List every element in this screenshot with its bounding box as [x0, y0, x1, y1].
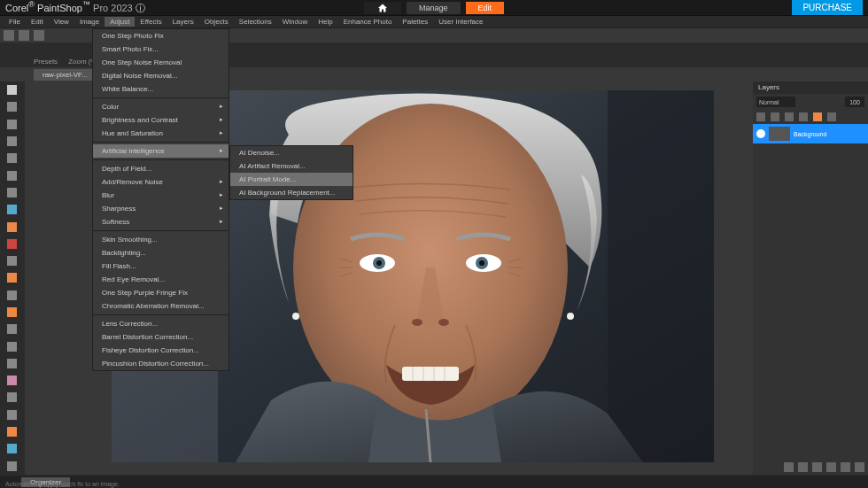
new-layer-icon[interactable]	[756, 112, 765, 121]
menu-backlighting[interactable]: Backlighting...	[93, 246, 229, 259]
menu-image[interactable]: Image	[74, 17, 105, 27]
document-tab[interactable]: raw-pixel-VF...	[34, 69, 97, 81]
nav-icon-1[interactable]	[784, 462, 794, 472]
opacity-input[interactable]: 100	[845, 97, 864, 107]
menu-skin-smoothing[interactable]: Skin Smoothing...	[93, 233, 229, 246]
menu-add-remove-noise[interactable]: Add/Remove Noise	[93, 175, 229, 189]
manage-tab[interactable]: Manage	[407, 2, 461, 14]
menu-ui[interactable]: User Interface	[433, 17, 488, 27]
pan-tool[interactable]	[2, 83, 21, 97]
menu-blur[interactable]: Blur	[93, 189, 229, 202]
menu-selections[interactable]: Selections	[234, 17, 277, 27]
selection-tool[interactable]	[2, 151, 21, 165]
smudge-tool[interactable]	[2, 357, 21, 370]
layer-fx-icon[interactable]	[813, 112, 822, 121]
menu-view[interactable]: View	[49, 17, 74, 27]
menu-depth-of-field[interactable]: Depth of Field...	[93, 162, 229, 175]
move-tool[interactable]	[2, 135, 21, 148]
redeye-tool[interactable]	[2, 237, 21, 251]
menu-pincushion-distortion[interactable]: Pincushion Distortion Correction...	[93, 357, 229, 370]
edit-tab[interactable]: Edit	[466, 2, 505, 14]
menu-digital-noise[interactable]: Digital Noise Removal...	[93, 69, 229, 82]
visibility-icon[interactable]	[756, 129, 765, 138]
submenu-ai-portrait[interactable]: AI Portrait Mode...	[230, 173, 353, 186]
menu-white-balance[interactable]: White Balance...	[93, 82, 229, 96]
menu-lens-correction[interactable]: Lens Correction...	[93, 317, 229, 330]
menu-purple-fringe[interactable]: One Step Purple Fringe Fix	[93, 286, 229, 299]
menu-artificial-intelligence[interactable]: Artificial Intelligence	[93, 144, 229, 158]
oil-tool[interactable]	[2, 460, 21, 473]
menu-separator	[93, 142, 229, 143]
menu-brightness-contrast[interactable]: Brightness and Contrast	[93, 113, 229, 127]
menu-edit[interactable]: Edit	[26, 17, 49, 27]
submenu-ai-artifact[interactable]: AI Artifact Removal...	[230, 159, 353, 173]
menu-objects[interactable]: Objects	[199, 17, 234, 27]
titlebar-right: PURCHASE	[792, 0, 863, 15]
svg-point-10	[412, 319, 422, 326]
menu-one-step-noise[interactable]: One Step Noise Removal	[93, 56, 229, 69]
menu-window[interactable]: Window	[277, 17, 313, 27]
scratch-tool[interactable]	[2, 289, 21, 302]
ai-submenu: AI Denoise... AI Artifact Removal... AI …	[229, 145, 353, 200]
menu-enhance[interactable]: Enhance Photo	[338, 17, 398, 27]
menu-effects[interactable]: Effects	[135, 17, 167, 27]
menu-one-step-photo-fix[interactable]: One Step Photo Fix	[93, 29, 229, 43]
statusbar: Organizer	[0, 476, 868, 488]
pick-tool[interactable]	[2, 118, 21, 131]
makeover-tool[interactable]	[2, 254, 21, 267]
menu-softness[interactable]: Softness	[93, 215, 229, 229]
menu-fill-flash[interactable]: Fill Flash...	[93, 259, 229, 273]
nav-icon-5[interactable]	[841, 462, 850, 472]
nav-icon-2[interactable]	[798, 462, 808, 472]
pen-tool[interactable]	[2, 442, 21, 455]
menu-fisheye-distortion[interactable]: Fisheye Distortion Correction...	[93, 344, 229, 357]
menu-sharpness[interactable]: Sharpness	[93, 202, 229, 215]
perspective-tool[interactable]	[2, 220, 21, 233]
layer-delete-icon[interactable]	[799, 112, 808, 121]
layer-group-icon[interactable]	[785, 112, 794, 121]
shape-tool[interactable]	[2, 425, 21, 438]
menu-red-eye[interactable]: Red Eye Removal...	[93, 273, 229, 286]
airbrush-tool[interactable]	[2, 322, 21, 336]
menu-chromatic-aberration[interactable]: Chromatic Aberration Removal...	[93, 299, 229, 313]
layer-row-background[interactable]: Background	[753, 124, 868, 143]
blend-mode-select[interactable]: Normal	[756, 97, 795, 107]
new-icon[interactable]	[4, 30, 14, 41]
submenu-ai-denoise[interactable]: AI Denoise...	[230, 146, 353, 159]
nav-icon-3[interactable]	[812, 462, 822, 472]
submenu-ai-background[interactable]: AI Background Replacement...	[230, 186, 353, 199]
text-tool[interactable]	[2, 408, 21, 422]
svg-point-9	[479, 260, 484, 266]
menu-hue-saturation[interactable]: Hue and Saturation	[93, 127, 229, 140]
menu-barrel-distortion[interactable]: Barrel Distortion Correction...	[93, 330, 229, 344]
menu-layers[interactable]: Layers	[167, 17, 199, 27]
eraser-tool[interactable]	[2, 374, 21, 387]
purchase-button[interactable]: PURCHASE	[792, 0, 863, 15]
nav-icon-4[interactable]	[826, 462, 836, 472]
svg-rect-2	[608, 90, 714, 462]
nav-icon-6[interactable]	[855, 462, 864, 472]
menu-separator	[93, 97, 229, 98]
clone-tool[interactable]	[2, 271, 21, 284]
flood-tool[interactable]	[2, 391, 21, 404]
layers-panel: Layers Normal 100 Background	[753, 81, 868, 475]
open-icon[interactable]	[19, 30, 29, 41]
menu-smart-photo-fix[interactable]: Smart Photo Fix...	[93, 43, 229, 56]
save-icon[interactable]	[34, 30, 44, 41]
status-hint: Automatically apply touch fix to an imag…	[5, 481, 120, 487]
paint-tool[interactable]	[2, 306, 21, 319]
menu-color[interactable]: Color	[93, 100, 229, 113]
version: Pro 2023	[93, 3, 133, 13]
straighten-tool[interactable]	[2, 203, 21, 216]
layer-mask-icon[interactable]	[771, 112, 779, 121]
layer-link-icon[interactable]	[827, 112, 836, 121]
zoom-tool[interactable]	[2, 100, 21, 113]
lighten-tool[interactable]	[2, 339, 21, 352]
menu-help[interactable]: Help	[313, 17, 337, 27]
crop-tool[interactable]	[2, 186, 21, 199]
home-tab[interactable]	[364, 2, 401, 14]
menu-palettes[interactable]: Palettes	[397, 17, 433, 27]
menu-file[interactable]: File	[4, 17, 26, 27]
menu-adjust[interactable]: Adjust	[105, 17, 135, 27]
dropper-tool[interactable]	[2, 168, 21, 182]
